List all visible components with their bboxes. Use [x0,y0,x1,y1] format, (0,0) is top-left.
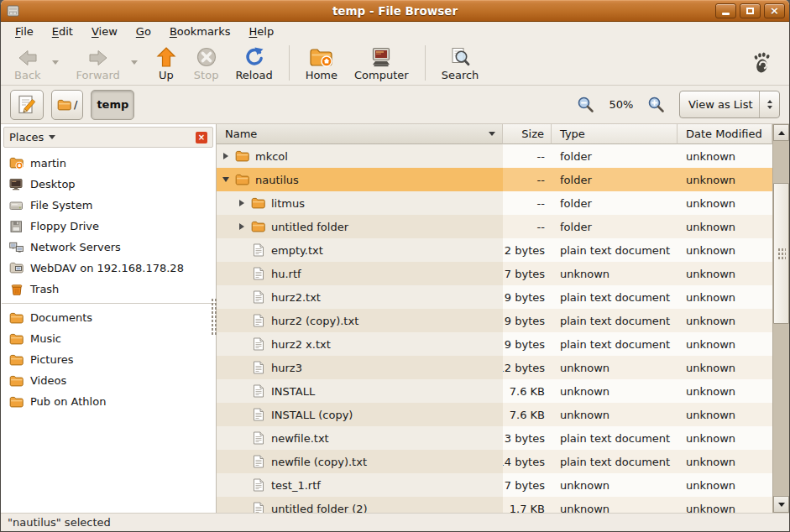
file-row-hu-rtf[interactable]: hu.rtf7 bytesunknownunknown [217,262,772,285]
file-row-install-copy-[interactable]: INSTALL (copy)7.6 KBunknownunknown [217,403,772,426]
home-button[interactable]: Home [297,42,346,84]
file-row-hurz2-txt[interactable]: hurz2.txt9 bytesplain text documentunkno… [217,285,772,309]
vertical-scrollbar[interactable] [772,124,789,513]
zoom-in-button[interactable] [646,95,667,115]
sidebar-item-desktop[interactable]: Desktop [1,174,216,195]
file-name: hu.rtf [271,268,301,280]
sidebar-item-label: Music [30,332,61,345]
sidebar-item-network-servers[interactable]: Network Servers [1,237,216,258]
expander-closed-icon[interactable] [236,223,248,230]
file-type: unknown [552,497,678,513]
column-header-size[interactable]: Size [503,124,552,144]
file-row-hurz3[interactable]: hurz312 bytesunknownunknown [217,356,772,379]
sidebar-item-webdav-on-192-168-178-28[interactable]: WebDAV on 192.168.178.28 [1,258,216,279]
sidebar-item-martin[interactable]: martin [1,153,216,174]
back-button[interactable]: Back [6,42,50,84]
status-text: "nautilus" selected [8,516,111,529]
sidebar-item-floppy-drive[interactable]: Floppy Drive [1,216,216,237]
file-size: 7 bytes [503,262,552,285]
toolbar-separator [289,45,290,81]
menu-edit[interactable]: Edit [43,23,82,39]
file-size: 7.6 KB [503,403,552,426]
back-dropdown-button[interactable] [50,42,61,84]
name-cell: hurz2 (copy).txt [217,309,503,332]
column-header-type[interactable]: Type [552,124,678,144]
expander-closed-icon[interactable] [220,153,232,159]
file-name: empty.txt [271,244,323,257]
titlebar[interactable]: temp - File Browser × [1,0,789,22]
scroll-down-button[interactable] [773,496,789,513]
stop-button[interactable]: Stop [186,42,228,84]
search-button[interactable]: Search [433,42,488,84]
forward-button[interactable]: Forward [68,42,128,84]
view-mode-label: View as List [680,98,759,111]
up-label: Up [159,69,174,81]
file-row-untitled-folder[interactable]: untitled folder--folderunknown [217,215,772,238]
minimize-button[interactable] [715,3,736,18]
sidebar-item-pub-on-athlon[interactable]: Pub on Athlon [1,391,216,412]
sidebar-item-documents[interactable]: Documents [1,307,216,328]
file-type: unknown [552,379,678,403]
file-row-empty-txt[interactable]: empty.txt2 bytesplain text documentunkno… [217,238,772,262]
places-header[interactable]: Places × [3,127,213,148]
path-root-button[interactable]: / [51,90,83,120]
file-row-mkcol[interactable]: mkcol--folderunknown [217,144,772,168]
file-row-install[interactable]: INSTALL7.6 KBunknownunknown [217,379,772,403]
file-row-hurz2-copy-txt[interactable]: hurz2 (copy).txt9 bytesplain text docume… [217,309,772,332]
stop-icon [196,44,217,68]
stop-label: Stop [194,69,219,81]
menu-view[interactable]: View [82,23,127,39]
file-row-test-1-rtf[interactable]: test_1.rtf7 bytesunknownunknown [217,473,772,497]
menu-file[interactable]: File [6,23,43,39]
name-cell: INSTALL [217,379,503,403]
file-type: unknown [552,403,678,426]
file-row-hurz2-x-txt[interactable]: hurz2 x.txt9 bytesplain text documentunk… [217,332,772,356]
view-mode-select[interactable]: View as List [679,91,780,118]
forward-dropdown-button[interactable] [128,42,140,84]
close-sidebar-button[interactable]: × [196,132,207,143]
file-icon [250,431,266,445]
file-name: hurz2.txt [271,291,321,304]
menu-go[interactable]: Go [127,23,160,39]
forward-icon [86,44,110,68]
column-header-date-modified[interactable]: Date Modified [678,124,772,144]
up-button[interactable]: Up [147,42,186,84]
path-current-button[interactable]: temp [91,90,134,120]
expander-closed-icon[interactable] [236,200,248,206]
computer-button[interactable]: Computer [346,42,417,84]
list-rows: mkcol--folderunknownnautilus--folderunkn… [217,144,772,513]
sidebar-item-label: File System [30,199,92,211]
toggle-location-entry-button[interactable] [10,90,44,120]
name-cell: mkcol [217,144,503,168]
scrollbar-thumb[interactable] [773,183,789,324]
file-row-newfile-txt[interactable]: newfile.txt3 bytesplain text documentunk… [217,426,772,450]
file-row-nautilus[interactable]: nautilus--folderunknown [217,168,772,191]
back-label: Back [14,69,41,81]
scroll-up-button[interactable] [773,124,789,141]
name-cell: hurz2.txt [217,285,503,309]
sidebar-item-pictures[interactable]: Pictures [1,349,216,370]
name-cell: hurz2 x.txt [217,332,503,356]
file-row-litmus[interactable]: litmus--folderunknown [217,191,772,215]
file-date-modified: unknown [678,403,772,426]
sidebar-item-trash[interactable]: Trash [1,279,216,300]
close-button[interactable]: × [764,3,785,18]
menu-bookmarks[interactable]: Bookmarks [160,23,240,39]
forward-label: Forward [76,69,120,81]
file-row-untitled-folder-2-[interactable]: untitled folder (2)1.7 KBunknownunknown [217,497,772,513]
sidebar-item-file-system[interactable]: File System [1,195,216,216]
menu-help[interactable]: Help [240,23,284,39]
home-folder-icon [9,157,24,170]
sidebar-item-label: Trash [30,283,59,295]
reload-button[interactable]: Reload [227,42,280,84]
zoom-out-button[interactable] [576,95,596,115]
file-name: test_1.rtf [271,479,321,492]
maximize-button[interactable] [740,3,761,18]
pane-resize-handle[interactable] [210,297,217,336]
sidebar-item-music[interactable]: Music [1,328,216,349]
folder-icon [250,197,266,209]
file-row-newfile-copy-txt[interactable]: newfile (copy).txt14 bytesplain text doc… [217,450,772,473]
column-header-name[interactable]: Name [217,124,503,144]
sidebar-item-videos[interactable]: Videos [1,370,216,391]
expander-open-icon[interactable] [220,177,232,182]
